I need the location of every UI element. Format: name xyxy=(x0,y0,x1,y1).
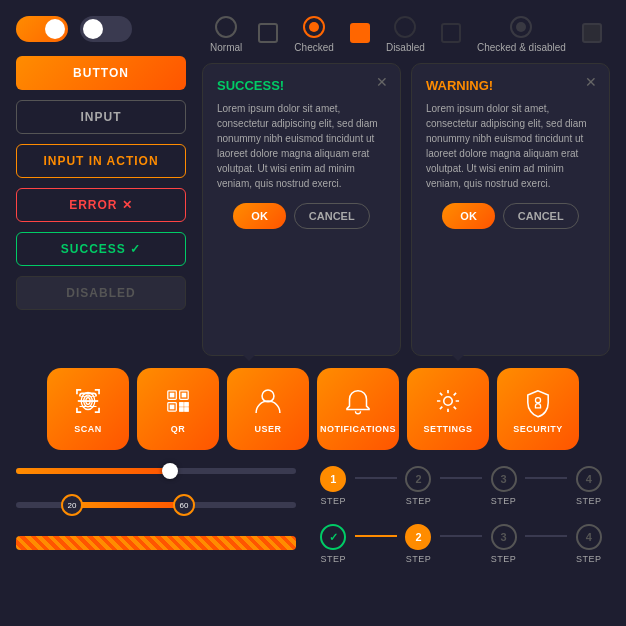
toggle-on-knob xyxy=(45,19,65,39)
input-button[interactable]: INPUT xyxy=(16,100,186,134)
success-dialog-close[interactable]: ✕ xyxy=(376,74,388,90)
normal-radio[interactable] xyxy=(215,16,237,38)
steps-row-2: ✓ STEP 2 STEP 3 STEP xyxy=(312,524,610,564)
warning-dialog-buttons: OK CANCEL xyxy=(426,203,595,229)
left-panel: BUTTON INPUT INPUT IN ACTION ERROR ✕ SUC… xyxy=(16,16,186,356)
checked-radio-item: Checked xyxy=(294,16,333,53)
radio-section: Normal Checked xyxy=(202,16,610,356)
button-primary[interactable]: BUTTON xyxy=(16,56,186,90)
normal-checkbox-item xyxy=(258,23,278,47)
step-2-3: 3 STEP xyxy=(482,524,525,564)
success-dialog-buttons: OK CANCEL xyxy=(217,203,386,229)
steps-row-1: 1 STEP 2 STEP 3 STEP xyxy=(312,466,610,506)
notifications-button[interactable]: NOTIFICATIONS xyxy=(317,368,399,450)
qr-button[interactable]: QR xyxy=(137,368,219,450)
checked-disabled-radio-label: Checked & disabled xyxy=(477,42,566,53)
bottom-section: 20 60 1 STEP xyxy=(16,462,610,564)
toggle-off-knob xyxy=(83,19,103,39)
svg-rect-10 xyxy=(180,403,183,406)
toggles-row xyxy=(16,16,186,42)
scan-button[interactable]: SCAN xyxy=(47,368,129,450)
error-button[interactable]: ERROR ✕ xyxy=(16,188,186,222)
svg-rect-12 xyxy=(180,408,183,411)
checked-checkbox[interactable] xyxy=(350,23,370,43)
slider1-track[interactable] xyxy=(16,468,296,474)
settings-button[interactable]: SETTINGS xyxy=(407,368,489,450)
warning-dialog: ✕ WARNING! Lorem ipsum dolor sit amet, c… xyxy=(411,63,610,356)
disabled-radio-item: Disabled xyxy=(386,16,425,53)
toggle-off[interactable] xyxy=(80,16,132,42)
step-2-4: 4 STEP xyxy=(567,524,610,564)
success-button[interactable]: SUCCESS ✓ xyxy=(16,232,186,266)
slider3-container xyxy=(16,530,296,556)
step-1-4-label: STEP xyxy=(576,496,602,506)
success-dialog-title: SUCCESS! xyxy=(217,78,386,93)
normal-checkbox[interactable] xyxy=(258,23,278,43)
step-1-1-label: STEP xyxy=(321,496,347,506)
step-1-3-circle[interactable]: 3 xyxy=(491,466,517,492)
steps-panel: 1 STEP 2 STEP 3 STEP xyxy=(312,462,610,564)
warning-dialog-close[interactable]: ✕ xyxy=(585,74,597,90)
warning-ok-button[interactable]: OK xyxy=(442,203,495,229)
warning-cancel-button[interactable]: CANCEL xyxy=(503,203,579,229)
step-1-1-circle[interactable]: 1 xyxy=(320,466,346,492)
svg-point-16 xyxy=(535,398,540,403)
slider1-container xyxy=(16,462,296,480)
sliders-panel: 20 60 xyxy=(16,462,296,564)
dialogs-row: ✕ SUCCESS! Lorem ipsum dolor sit amet, c… xyxy=(202,63,610,356)
step-1-3: 3 STEP xyxy=(482,466,525,506)
svg-point-14 xyxy=(262,390,274,402)
success-cancel-button[interactable]: CANCEL xyxy=(294,203,370,229)
checked-radio[interactable] xyxy=(303,16,325,38)
step-connector-2-3-4 xyxy=(525,535,568,537)
notifications-label: NOTIFICATIONS xyxy=(320,424,396,434)
step-connector-2-1-2 xyxy=(355,535,398,537)
slider2-thumb-right[interactable]: 60 xyxy=(173,494,195,516)
success-dialog: ✕ SUCCESS! Lorem ipsum dolor sit amet, c… xyxy=(202,63,401,356)
user-button[interactable]: USER xyxy=(227,368,309,450)
disabled-checkbox-item xyxy=(441,23,461,47)
warning-dialog-body: Lorem ipsum dolor sit amet, consectetur … xyxy=(426,101,595,191)
step-2-1: ✓ STEP xyxy=(312,524,355,564)
step-2-2-label: STEP xyxy=(406,554,432,564)
qr-label: QR xyxy=(171,424,186,434)
step-2-1-label: STEP xyxy=(321,554,347,564)
main-container: BUTTON INPUT INPUT IN ACTION ERROR ✕ SUC… xyxy=(0,0,626,626)
warning-dialog-title: WARNING! xyxy=(426,78,595,93)
slider1-thumb[interactable] xyxy=(162,463,178,479)
success-ok-button[interactable]: OK xyxy=(233,203,286,229)
svg-rect-7 xyxy=(182,393,185,396)
checked-disabled-radio xyxy=(510,16,532,38)
user-label: USER xyxy=(254,424,281,434)
security-label: SECURITY xyxy=(513,424,563,434)
step-2-3-label: STEP xyxy=(491,554,517,564)
checked-radio-label: Checked xyxy=(294,42,333,53)
disabled-radio-label: Disabled xyxy=(386,42,425,53)
user-icon xyxy=(251,384,285,418)
slider2-thumb-left[interactable]: 20 xyxy=(61,494,83,516)
slider2-container: 20 60 xyxy=(16,494,296,516)
qr-icon xyxy=(161,384,195,418)
step-2-2-circle[interactable]: 2 xyxy=(405,524,431,550)
step-2-4-label: STEP xyxy=(576,554,602,564)
security-button[interactable]: SECURITY xyxy=(497,368,579,450)
step-1-2-circle[interactable]: 2 xyxy=(405,466,431,492)
step-2-1-circle[interactable]: ✓ xyxy=(320,524,346,550)
toggle-on[interactable] xyxy=(16,16,68,42)
step-connector-1-2 xyxy=(355,477,398,479)
step-1-4-circle[interactable]: 4 xyxy=(576,466,602,492)
settings-label: SETTINGS xyxy=(423,424,472,434)
disabled-button: DISABLED xyxy=(16,276,186,310)
step-2-3-circle[interactable]: 3 xyxy=(491,524,517,550)
slider1-fill xyxy=(16,468,170,474)
step-connector-2-3 xyxy=(440,477,483,479)
step-2-4-circle[interactable]: 4 xyxy=(576,524,602,550)
input-action-button[interactable]: INPUT IN ACTION xyxy=(16,144,186,178)
security-icon xyxy=(521,384,555,418)
notifications-icon xyxy=(341,384,375,418)
svg-rect-5 xyxy=(170,393,173,396)
radio-controls-row: Normal Checked xyxy=(202,16,610,53)
scan-icon xyxy=(71,384,105,418)
striped-bar xyxy=(16,536,296,550)
slider2-track[interactable]: 20 60 xyxy=(16,502,296,508)
